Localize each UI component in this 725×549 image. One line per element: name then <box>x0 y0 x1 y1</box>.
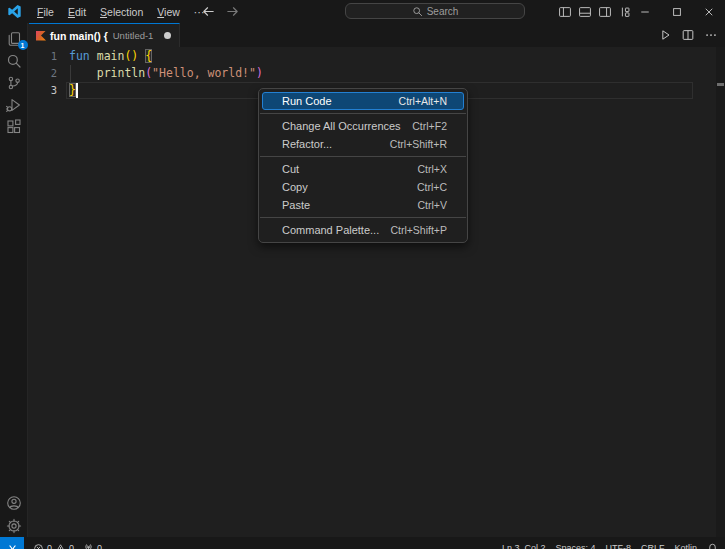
status-language-mode[interactable]: Kotlin <box>674 543 697 549</box>
overview-cursor-marker <box>717 83 724 86</box>
settings-gear-icon[interactable] <box>2 517 26 534</box>
run-debug-icon <box>6 97 22 113</box>
menu-item-label: Copy <box>282 181 308 193</box>
menu-item-run-code[interactable]: Run CodeCtrl+Alt+N <box>262 92 464 110</box>
notifications-bell-icon[interactable] <box>707 543 718 549</box>
menu-item-shortcut: Ctrl+Shift+R <box>390 138 447 150</box>
ports-icon <box>83 543 94 549</box>
source-control-icon[interactable] <box>2 74 26 91</box>
menu-item-command-palette[interactable]: Command Palette...Ctrl+Shift+P <box>262 221 464 239</box>
more-actions-icon[interactable] <box>704 28 718 42</box>
editor-context-menu: Run CodeCtrl+Alt+NChange All Occurrences… <box>258 88 468 243</box>
toggle-panel-icon[interactable] <box>578 5 592 19</box>
layout-controls <box>558 0 632 23</box>
tab-untitled-1[interactable]: fun main() { Untitled-1 <box>29 23 180 47</box>
search-command-center[interactable]: Search <box>345 3 525 19</box>
menu-item-copy[interactable]: CopyCtrl+C <box>262 178 464 196</box>
menu-bar: FileEditSelectionView⋯ <box>30 0 211 23</box>
menu-item-shortcut: Ctrl+V <box>418 199 447 211</box>
menu-item-shortcut: Ctrl+C <box>417 181 447 193</box>
search-icon[interactable] <box>2 52 26 69</box>
menu-item-change-all-occurrences[interactable]: Change All OccurrencesCtrl+F2 <box>262 117 464 135</box>
status-encoding[interactable]: UTF-8 <box>605 543 631 549</box>
menu-item-label: Change All Occurrences <box>282 120 401 132</box>
menu-separator <box>260 156 466 157</box>
menubar-view[interactable]: View <box>150 4 187 20</box>
search-icon <box>412 6 423 17</box>
line-number: 1 <box>29 48 57 65</box>
kotlin-file-icon <box>36 31 46 41</box>
warning-icon <box>55 543 66 549</box>
tab-description: Untitled-1 <box>113 30 154 41</box>
text-cursor <box>76 83 78 98</box>
account-icon <box>6 495 22 511</box>
search-placeholder: Search <box>427 6 459 17</box>
explorer-badge: 1 <box>18 40 28 50</box>
run-debug-icon[interactable] <box>2 96 26 113</box>
account-icon[interactable] <box>2 494 26 511</box>
line-number: 3 <box>29 82 57 99</box>
line-content: } <box>69 82 76 99</box>
menubar-file[interactable]: File <box>30 4 61 20</box>
overview-ruler[interactable] <box>716 47 725 537</box>
indent-guide <box>70 65 71 82</box>
error-count: 0 <box>47 543 52 549</box>
toggle-secondary-sidebar-icon[interactable] <box>598 5 612 19</box>
menu-item-shortcut: Ctrl+X <box>418 163 447 175</box>
search-icon <box>6 53 22 69</box>
menu-item-label: Refactor... <box>282 138 332 150</box>
menu-item-shortcut: Ctrl+Alt+N <box>399 95 447 107</box>
go-forward-icon[interactable] <box>225 4 240 19</box>
maximize-button[interactable] <box>661 0 693 23</box>
run-code-icon[interactable] <box>658 28 672 42</box>
title-bar: FileEditSelectionView⋯ Search <box>0 0 725 23</box>
window-controls <box>629 0 725 23</box>
remote-indicator[interactable] <box>0 537 24 549</box>
status-bar: 0 0 0 Ln 3, Col 2Spaces: 4UTF-8CRLFKotli… <box>0 537 725 549</box>
menu-item-label: Command Palette... <box>282 224 379 236</box>
menu-item-label: Paste <box>282 199 310 211</box>
menu-item-shortcut: Ctrl+Shift+P <box>390 224 447 236</box>
remote-icon <box>7 543 18 549</box>
ports-indicator[interactable]: 0 <box>83 543 102 549</box>
menubar-edit[interactable]: Edit <box>61 4 93 20</box>
history-navigation <box>201 0 240 23</box>
ports-count: 0 <box>97 543 102 549</box>
editor-line-2[interactable]: 2 println("Hello, world!") <box>29 65 725 82</box>
settings-gear-icon <box>6 518 22 534</box>
status-indentation[interactable]: Spaces: 4 <box>555 543 595 549</box>
extensions-icon <box>6 119 22 135</box>
menu-item-refactor[interactable]: Refactor...Ctrl+Shift+R <box>262 135 464 153</box>
activity-bar: 1 <box>0 23 28 537</box>
editor-line-1[interactable]: 1fun main() { <box>29 48 725 65</box>
menu-item-label: Run Code <box>282 95 332 107</box>
line-number: 2 <box>29 65 57 82</box>
vscode-window: FileEditSelectionView⋯ Search <box>0 0 725 549</box>
modified-dot-icon[interactable] <box>164 32 171 39</box>
menubar-selection[interactable]: Selection <box>93 4 150 20</box>
extensions-icon[interactable] <box>2 118 26 135</box>
go-back-icon[interactable] <box>201 4 216 19</box>
menu-separator <box>260 113 466 114</box>
split-editor-icon[interactable] <box>681 28 695 42</box>
vscode-logo-icon <box>7 4 22 19</box>
warning-count: 0 <box>69 543 74 549</box>
menu-item-paste[interactable]: PasteCtrl+V <box>262 196 464 214</box>
close-button[interactable] <box>693 0 725 23</box>
line-content: fun main() { <box>69 48 152 65</box>
minimize-button[interactable] <box>629 0 661 23</box>
toggle-primary-sidebar-icon[interactable] <box>558 5 572 19</box>
menu-item-label: Cut <box>282 163 299 175</box>
source-control-icon <box>6 75 22 91</box>
menu-item-shortcut: Ctrl+F2 <box>412 120 447 132</box>
tab-label: fun main() { <box>50 30 108 42</box>
error-icon <box>33 543 44 549</box>
problems-indicator[interactable]: 0 0 <box>33 543 74 549</box>
line-content: println("Hello, world!") <box>69 65 263 82</box>
menu-item-cut[interactable]: CutCtrl+X <box>262 160 464 178</box>
status-cursor-position[interactable]: Ln 3, Col 2 <box>502 543 546 549</box>
explorer-icon[interactable]: 1 <box>2 30 26 47</box>
status-eol[interactable]: CRLF <box>641 543 665 549</box>
editor-tab-bar: fun main() { Untitled-1 <box>29 23 725 47</box>
menu-separator <box>260 217 466 218</box>
